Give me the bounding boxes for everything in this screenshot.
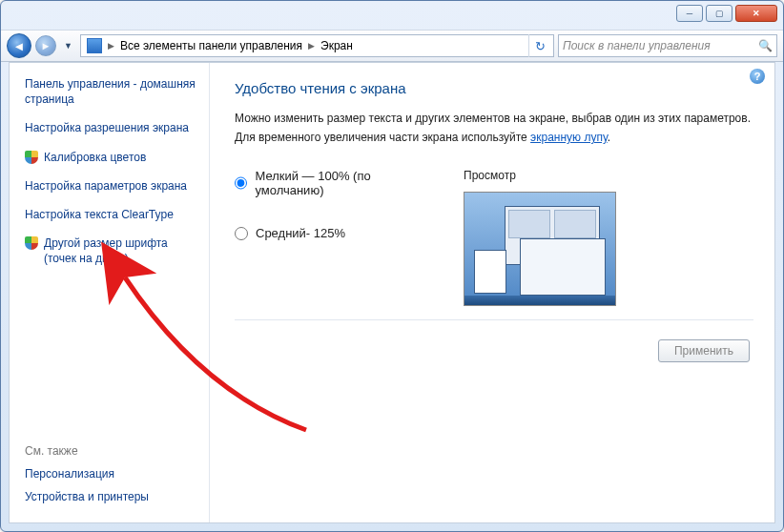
control-panel-window: ─ ▢ ✕ ◄ ► ▼ ▶ Все элементы панели управл… xyxy=(0,0,784,532)
sidebar-item-display-settings[interactable]: Настройка параметров экрана xyxy=(25,178,199,194)
see-also-devices-printers[interactable]: Устройства и принтеры xyxy=(25,490,199,503)
preview-window xyxy=(554,210,596,238)
magnifier-link[interactable]: экранную лупу xyxy=(530,131,608,144)
breadcrumb-current[interactable]: Экран xyxy=(317,39,357,52)
radio-medium-label: Средний- 125% xyxy=(256,226,345,240)
divider xyxy=(235,319,753,320)
page-title: Удобство чтения с экрана xyxy=(235,80,753,96)
description-post: . xyxy=(608,131,610,144)
preview-thumbnail xyxy=(464,192,616,306)
monitor-icon xyxy=(87,38,102,53)
breadcrumb-parent[interactable]: Все элементы панели управления xyxy=(116,39,306,52)
description-pre: Для временного увеличения части экрана и… xyxy=(235,131,530,144)
close-button[interactable]: ✕ xyxy=(735,5,777,22)
sidebar-item-color-calibration[interactable]: Калибровка цветов xyxy=(25,150,199,165)
sidebar-item-resolution[interactable]: Настройка разрешения экрана xyxy=(25,120,199,135)
shield-icon xyxy=(25,151,38,164)
refresh-button[interactable]: ↻ xyxy=(528,34,551,57)
window-body: Панель управления - домашняя страница На… xyxy=(9,62,775,523)
preview-window xyxy=(474,250,506,294)
search-input[interactable]: Поиск в панели управления 🔍 xyxy=(558,34,777,57)
minimize-button[interactable]: ─ xyxy=(676,5,703,22)
preview-column: Просмотр xyxy=(464,169,616,306)
radio-medium-input[interactable] xyxy=(235,227,248,240)
sidebar-item-cleartype[interactable]: Настройка текста ClearType xyxy=(25,207,199,222)
search-placeholder: Поиск в панели управления xyxy=(563,39,711,52)
search-icon: 🔍 xyxy=(758,39,773,52)
sidebar-item-label: Панель управления - домашняя страница xyxy=(25,76,199,107)
maximize-button[interactable]: ▢ xyxy=(706,5,732,22)
sidebar-item-custom-dpi[interactable]: Другой размер шрифта (точек на дюйм) xyxy=(25,235,199,266)
radio-medium[interactable]: Средний- 125% xyxy=(235,226,435,240)
description-line-1: Можно изменить размер текста и других эл… xyxy=(235,110,753,127)
preview-window xyxy=(508,210,550,238)
shield-icon xyxy=(25,236,38,250)
navigation-bar: ◄ ► ▼ ▶ Все элементы панели управления ▶… xyxy=(1,30,783,62)
chevron-right-icon: ▶ xyxy=(106,41,116,51)
apply-button[interactable]: Применить xyxy=(658,339,750,362)
sidebar-item-label: Настройка текста ClearType xyxy=(25,207,174,222)
see-also-header: См. также xyxy=(25,444,199,458)
sidebar-item-label: Настройка параметров экрана xyxy=(25,178,187,194)
preview-window xyxy=(520,238,606,296)
sidebar-item-home[interactable]: Панель управления - домашняя страница xyxy=(25,76,199,107)
address-bar[interactable]: ▶ Все элементы панели управления ▶ Экран… xyxy=(80,34,554,57)
chevron-right-icon: ▶ xyxy=(306,41,317,51)
description-line-2: Для временного увеличения части экрана и… xyxy=(235,129,753,146)
size-options: Мелкий — 100% (по умолчанию) Средний- 12… xyxy=(235,169,753,306)
radio-small[interactable]: Мелкий — 100% (по умолчанию) xyxy=(235,169,435,197)
sidebar: Панель управления - домашняя страница На… xyxy=(10,63,210,522)
sidebar-item-label: Настройка разрешения экрана xyxy=(25,120,189,135)
main-content: ? Удобство чтения с экрана Можно изменит… xyxy=(210,63,774,522)
window-titlebar: ─ ▢ ✕ xyxy=(1,1,783,30)
preview-label: Просмотр xyxy=(464,169,616,182)
size-radio-group: Мелкий — 100% (по умолчанию) Средний- 12… xyxy=(235,169,435,306)
apply-row: Применить xyxy=(235,339,753,362)
nav-history-dropdown[interactable]: ▼ xyxy=(60,41,76,51)
sidebar-spacer xyxy=(25,280,199,445)
help-icon[interactable]: ? xyxy=(750,69,765,84)
sidebar-item-label: Другой размер шрифта (точек на дюйм) xyxy=(44,235,199,266)
preview-taskbar xyxy=(464,296,615,305)
radio-small-input[interactable] xyxy=(235,176,247,190)
see-also-personalization[interactable]: Персонализация xyxy=(25,467,199,481)
back-button[interactable]: ◄ xyxy=(7,33,31,58)
radio-small-label: Мелкий — 100% (по умолчанию) xyxy=(255,169,435,197)
forward-button[interactable]: ► xyxy=(35,35,56,56)
sidebar-item-label: Калибровка цветов xyxy=(44,150,146,165)
